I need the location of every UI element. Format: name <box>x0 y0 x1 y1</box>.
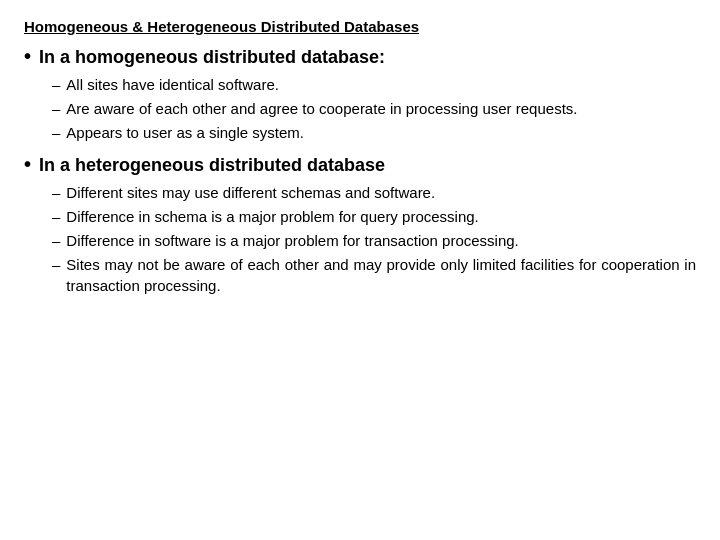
section-2-list: – Different sites may use different sche… <box>52 182 696 297</box>
section-1: • In a homogeneous distributed database:… <box>24 45 696 143</box>
list-item: – All sites have identical software. <box>52 74 696 96</box>
list-item: – Difference in software is a major prob… <box>52 230 696 252</box>
list-item-text: Difference in schema is a major problem … <box>66 206 696 228</box>
list-item-text: Sites may not be aware of each other and… <box>66 254 696 298</box>
bullet-1: • <box>24 45 31 68</box>
dash-icon: – <box>52 206 60 228</box>
dash-icon: – <box>52 254 60 276</box>
dash-icon: – <box>52 182 60 204</box>
dash-icon: – <box>52 230 60 252</box>
list-item-text: Are aware of each other and agree to coo… <box>66 98 696 120</box>
section-1-heading-text: In a homogeneous distributed database: <box>39 47 385 68</box>
sections-container: • In a homogeneous distributed database:… <box>24 45 696 297</box>
list-item-text: Appears to user as a single system. <box>66 122 696 144</box>
list-item: – Are aware of each other and agree to c… <box>52 98 696 120</box>
list-item: – Appears to user as a single system. <box>52 122 696 144</box>
list-item: – Different sites may use different sche… <box>52 182 696 204</box>
list-item: – Sites may not be aware of each other a… <box>52 254 696 298</box>
section-2-heading: • In a heterogeneous distributed databas… <box>24 153 696 176</box>
list-item-text: Different sites may use different schema… <box>66 182 696 204</box>
page-title: Homogeneous & Heterogeneous Distributed … <box>24 18 696 35</box>
list-item-text: Difference in software is a major proble… <box>66 230 696 252</box>
dash-icon: – <box>52 74 60 96</box>
section-1-heading: • In a homogeneous distributed database: <box>24 45 696 68</box>
dash-icon: – <box>52 98 60 120</box>
list-item-text: All sites have identical software. <box>66 74 696 96</box>
section-1-list: – All sites have identical software. – A… <box>52 74 696 143</box>
section-2: • In a heterogeneous distributed databas… <box>24 153 696 297</box>
bullet-2: • <box>24 153 31 176</box>
list-item: – Difference in schema is a major proble… <box>52 206 696 228</box>
dash-icon: – <box>52 122 60 144</box>
section-2-heading-text: In a heterogeneous distributed database <box>39 155 385 176</box>
